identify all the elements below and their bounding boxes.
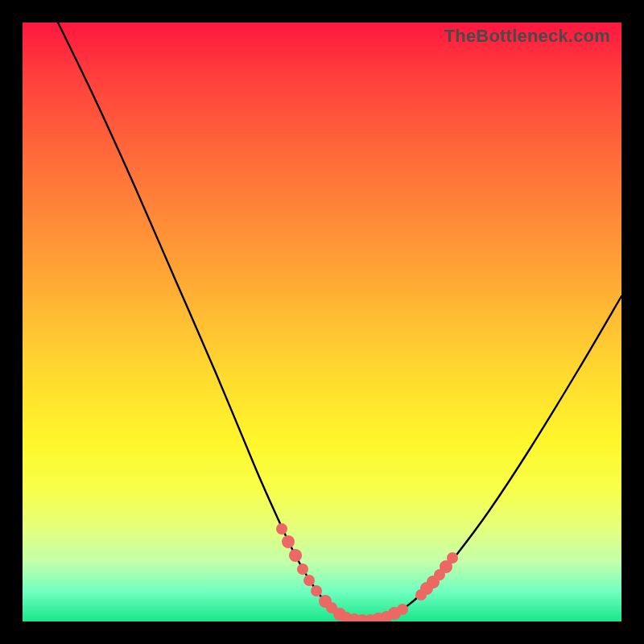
valley-marker [282,535,295,548]
chart-frame: TheBottleneck.com [23,23,621,621]
valley-marker [311,585,322,597]
valley-marker [289,549,302,562]
valley-marker [303,575,315,586]
watermark-label: TheBottleneck.com [444,26,610,47]
bottleneck-curve [58,23,621,621]
valley-markers [276,523,458,621]
valley-marker [276,523,287,535]
valley-marker [297,564,308,575]
valley-marker [447,552,458,564]
valley-marker [397,604,408,615]
chart-svg [23,23,621,621]
